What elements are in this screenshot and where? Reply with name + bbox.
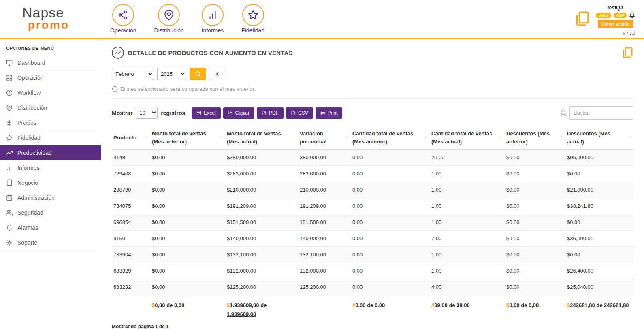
year-select[interactable]: 2025 (157, 68, 186, 80)
file-icon (262, 111, 267, 115)
total-link: $0,00 de 0,00 (506, 302, 539, 308)
cell: 729408 (112, 166, 150, 182)
cell: 1.00 (430, 214, 505, 231)
sort-icon (559, 135, 563, 141)
sidebar-item-label: Soporte (17, 239, 37, 246)
share-icon (112, 4, 134, 26)
total-cell[interactable]: $242681,80 de 242681,80 (565, 295, 633, 321)
column-header[interactable]: Descuentos (Mes actual) (565, 126, 633, 150)
cell: 733904 (112, 247, 150, 263)
cell: $0.00 (150, 279, 225, 295)
bell-icon[interactable] (629, 12, 635, 18)
page-size-select[interactable]: 10 (136, 107, 158, 119)
sort-icon (292, 135, 296, 141)
column-header[interactable]: Monto total de ventas (Mes actual) (225, 126, 298, 150)
sidebar-item-label: Seguridad (17, 209, 43, 216)
total-cell[interactable]: $1.939609,00 de 1.939609,00 (225, 295, 298, 321)
cell: $0.00 (150, 247, 225, 263)
search-button[interactable] (190, 68, 206, 80)
cell: 20.00 (430, 150, 505, 166)
top-nav-item-informes[interactable]: Informes (202, 4, 224, 38)
sidebar-item-dashboard[interactable]: Dashboard (0, 56, 101, 70)
sidebar-item-label: Precios (17, 120, 36, 126)
cell: $125,200.00 (225, 279, 298, 295)
cell: 4150 (112, 231, 150, 247)
sidebar-item-workflow[interactable]: Workflow (0, 85, 101, 100)
table-row: 4150$0.00$140,000.00140.000.000.007.00$0… (112, 231, 633, 247)
total-cell[interactable]: $0,00 de 0,00 (150, 295, 225, 321)
column-header[interactable]: Monto total de ventas (Mes anterior) (150, 126, 225, 150)
sidebar-item-productividad[interactable]: Productividad (0, 145, 101, 160)
sidebar-item-distribucion[interactable]: Distribución (0, 100, 101, 115)
top-nav-item-fidelidad[interactable]: Fidelidad (241, 4, 264, 38)
export-excel-button[interactable]: Excel (192, 107, 220, 119)
sidebar-menu: DashboardOperaciónWorkflowDistribuciónPr… (0, 56, 101, 250)
export-print-button[interactable]: Print (316, 107, 343, 119)
cell: 1.00 (430, 182, 505, 198)
copy-icon (228, 111, 233, 115)
trend-icon (115, 49, 121, 56)
sidebar-item-soporte[interactable]: Soporte (0, 235, 101, 250)
sidebar-item-alarmas[interactable]: Alarmas (0, 220, 101, 235)
app-shell: OPCIONES DE MENÚ DashboardOperaciónWorkf… (0, 39, 644, 328)
trend-icon (6, 150, 13, 156)
total-cell[interactable]: $0,00 de 0,00 (505, 295, 565, 321)
info-note: El mes seleccionado será comparado con e… (112, 86, 633, 92)
sidebar-item-label: Productividad (17, 150, 52, 156)
cell: $283,600.00 (225, 166, 298, 182)
top-nav-item-distribucion[interactable]: Distribución (154, 4, 184, 38)
sidebar-item-precios[interactable]: Precios (0, 115, 101, 130)
cell: $0.00 (505, 263, 565, 279)
clear-filter-button[interactable] (209, 68, 225, 80)
main-content: DETALLE DE PRODUCTOS CON AUMENTO EN VENT… (101, 39, 644, 328)
sidebar-item-label: Administración (17, 194, 55, 201)
products-table: ProductoMonto total de ventas (Mes anter… (112, 126, 633, 320)
cell: 283.600.00 (298, 166, 351, 182)
table-row: 683329$0.00$132,000.00132.000.000.001.00… (112, 263, 633, 279)
help-icon (6, 90, 13, 96)
total-cell[interactable]: #39.00 de 39.00 (430, 295, 505, 321)
brand-subname: promo (28, 19, 101, 32)
cell: $0.00 (150, 150, 225, 166)
table-row: 683232$0.00$125,200.00125.200.000.004.00… (112, 279, 633, 295)
column-header[interactable]: Cantidad total de ventas (Mes actual) (430, 126, 505, 150)
documents-icon[interactable] (574, 11, 590, 27)
user-badge: AGP (614, 13, 627, 18)
print-icon (320, 111, 325, 115)
column-header[interactable]: Producto (112, 126, 150, 150)
total-cell[interactable]: #0.00 de 0.00 (351, 295, 430, 321)
brand-logo[interactable]: Napse promo (0, 0, 101, 38)
cell: 734075 (112, 198, 150, 214)
export-pdf-button[interactable]: PDF (257, 107, 284, 119)
table-search-input[interactable] (569, 106, 633, 120)
excel-icon (196, 111, 201, 115)
sidebar-item-seguridad[interactable]: Seguridad (0, 205, 101, 220)
sidebar-item-negocio[interactable]: Negocio (0, 175, 101, 190)
cell: $132,000.00 (225, 263, 298, 279)
cell: $38,241.80 (565, 198, 633, 214)
export-csv-button[interactable]: CSV (286, 107, 313, 119)
documents-icon[interactable] (621, 47, 633, 59)
column-header[interactable]: Cantidad total de ventas (Mes anterior) (351, 126, 430, 150)
sidebar-item-operacion[interactable]: Operación (0, 70, 101, 85)
cell: $151,500.00 (225, 214, 298, 231)
cell: 1.00 (430, 198, 505, 214)
column-header[interactable]: Variación porcentual (298, 126, 351, 150)
sidebar-item-administracion[interactable]: Administración (0, 190, 101, 205)
dollar-icon (6, 120, 13, 126)
column-header[interactable]: Descuentos (Mes anterior) (505, 126, 565, 150)
export-copiar-button[interactable]: Copiar (223, 107, 254, 119)
table-row: 734075$0.00$191,209.00191.209.000.001.00… (112, 198, 633, 214)
sidebar-item-fidelidad[interactable]: Fidelidad (0, 130, 101, 145)
sidebar-item-informes[interactable]: Informes (0, 160, 101, 175)
month-select[interactable]: Febrero (112, 68, 154, 80)
file-icon (291, 111, 296, 115)
top-nav-item-operacion[interactable]: Operación (110, 4, 136, 38)
star-icon (242, 4, 264, 26)
cell: $0.00 (565, 166, 633, 182)
sidebar-item-label: Fidelidad (17, 135, 41, 141)
logout-button[interactable]: Cerrar sesión (598, 20, 633, 28)
total-link: $1.939609,00 de 1.939609,00 (227, 302, 267, 317)
cell: 380.000.00 (298, 150, 351, 166)
cell: $0.00 (150, 263, 225, 279)
